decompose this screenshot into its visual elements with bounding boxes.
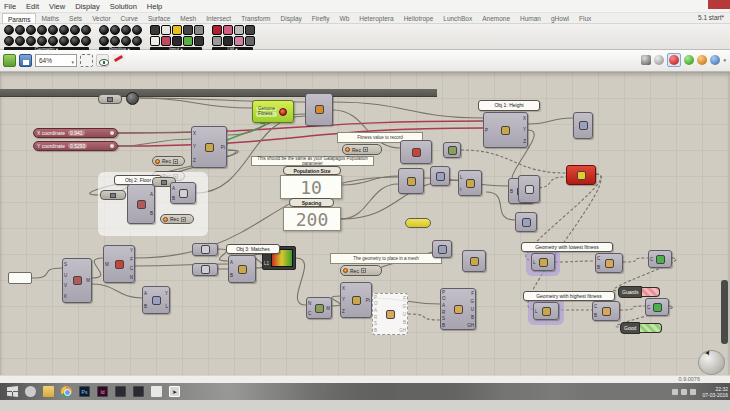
construct-point-1[interactable]: XYZPt bbox=[191, 126, 227, 168]
component-j1[interactable] bbox=[518, 175, 540, 203]
palette-icon[interactable] bbox=[234, 25, 244, 35]
palette-icon[interactable] bbox=[81, 25, 91, 35]
group-lowest-label[interactable]: Geometry with lowest fitness bbox=[521, 242, 613, 252]
sketch-pen-icon[interactable] bbox=[112, 54, 125, 67]
zoom-level-select[interactable]: 64% bbox=[35, 54, 77, 67]
palette-icon[interactable] bbox=[70, 36, 80, 46]
palette-icon[interactable] bbox=[245, 25, 255, 35]
search-icon[interactable] bbox=[25, 386, 36, 397]
palette-icon[interactable] bbox=[48, 36, 58, 46]
palette-icon[interactable] bbox=[59, 25, 69, 35]
component-q1[interactable] bbox=[398, 168, 424, 194]
component-m2[interactable] bbox=[443, 142, 461, 158]
group-obj1-label[interactable]: Obj 1: Height bbox=[478, 100, 540, 111]
tab-wb[interactable]: Wb bbox=[335, 13, 355, 23]
menu-view[interactable]: View bbox=[49, 2, 65, 11]
chrome-icon[interactable] bbox=[61, 386, 72, 397]
component-j2[interactable] bbox=[515, 212, 537, 232]
palette-icon[interactable] bbox=[172, 25, 182, 35]
green-icon-component-1[interactable]: C bbox=[648, 250, 672, 268]
recorder-dropdown-icon[interactable]: ▾ bbox=[361, 268, 366, 273]
palette-icon[interactable] bbox=[121, 25, 131, 35]
palette-icon[interactable] bbox=[183, 36, 193, 46]
tab-anemone[interactable]: Anemone bbox=[477, 13, 515, 23]
menu-display[interactable]: Display bbox=[75, 2, 100, 11]
ghost-component[interactable]: POARSBFGUBGH bbox=[372, 293, 408, 335]
palette-icon[interactable] bbox=[245, 36, 255, 46]
palette-icon[interactable] bbox=[161, 36, 171, 46]
custom-preview-icon[interactable] bbox=[710, 55, 720, 65]
population-panel[interactable]: 10 bbox=[280, 175, 342, 199]
wireframe-preview-selected[interactable] bbox=[667, 53, 681, 67]
no-preview-icon[interactable] bbox=[654, 55, 664, 65]
palette-icon[interactable] bbox=[4, 25, 14, 35]
recorder-1[interactable]: Rec▾ bbox=[152, 156, 185, 166]
tab-intersect[interactable]: Intersect bbox=[201, 13, 236, 23]
obj2-component-2[interactable]: AB bbox=[170, 182, 196, 204]
camera-icon[interactable] bbox=[641, 55, 651, 65]
app-icon-dark-2[interactable] bbox=[133, 386, 144, 397]
yellow-capsule[interactable] bbox=[405, 218, 431, 228]
palette-icon[interactable] bbox=[172, 36, 182, 46]
component-q2[interactable] bbox=[430, 166, 450, 186]
palette-icon[interactable] bbox=[194, 36, 204, 46]
tab-sets[interactable]: Sets bbox=[64, 13, 87, 23]
error-component[interactable] bbox=[566, 165, 596, 185]
slider-x[interactable]: X coordinate0.941 bbox=[33, 128, 118, 138]
slider-grip[interactable] bbox=[110, 144, 114, 148]
tab-firefly[interactable]: Firefly bbox=[307, 13, 335, 23]
group-highest-label[interactable]: Geometry with highest fitness bbox=[523, 291, 615, 301]
palette-icon[interactable] bbox=[59, 36, 69, 46]
highest-component[interactable]: L bbox=[533, 302, 559, 320]
recorder-3[interactable]: Rec▾ bbox=[160, 214, 194, 224]
mini-component-1[interactable] bbox=[192, 243, 218, 256]
palette-icon[interactable] bbox=[26, 36, 36, 46]
start-button-icon[interactable] bbox=[7, 386, 18, 397]
knob-top[interactable] bbox=[126, 92, 139, 105]
mini-component-2[interactable] bbox=[192, 263, 218, 276]
file-explorer-icon[interactable] bbox=[43, 386, 54, 397]
tab-transform[interactable]: Transform bbox=[236, 13, 275, 23]
preview-dropdown-caret[interactable]: ▾ bbox=[723, 57, 726, 63]
tab-params[interactable]: Params bbox=[2, 13, 36, 23]
open-file-icon[interactable] bbox=[3, 54, 16, 67]
palette-icon[interactable] bbox=[234, 36, 244, 46]
tab-maths[interactable]: Maths bbox=[36, 13, 64, 23]
palette-icon[interactable] bbox=[4, 36, 14, 46]
cb-component-1[interactable]: CB bbox=[595, 253, 623, 273]
tab-human[interactable]: Human bbox=[515, 13, 546, 23]
mini-capsule-top[interactable] bbox=[98, 94, 122, 104]
recorder-5[interactable]: Rec▾ bbox=[340, 265, 382, 276]
tab-ghowl[interactable]: gHowl bbox=[546, 13, 574, 23]
obj2-capsule-1[interactable] bbox=[100, 190, 126, 200]
obj1-component[interactable]: PXYZ bbox=[483, 112, 528, 148]
palette-icon[interactable] bbox=[26, 25, 36, 35]
red-preview-icon[interactable] bbox=[669, 55, 679, 65]
save-icon[interactable] bbox=[19, 54, 32, 67]
canvas-compass-ball[interactable] bbox=[698, 350, 725, 375]
good-param[interactable]: Good bbox=[620, 322, 662, 333]
component-mn[interactable]: NCM bbox=[306, 297, 332, 319]
component-m1[interactable] bbox=[400, 140, 432, 164]
palette-icon[interactable] bbox=[132, 36, 142, 46]
zoom-extents-icon[interactable] bbox=[80, 54, 93, 67]
close-icon[interactable] bbox=[708, 0, 730, 9]
palette-icon[interactable] bbox=[110, 36, 120, 46]
rhino-app-icon[interactable] bbox=[169, 386, 180, 397]
tray-caret-icon[interactable] bbox=[672, 389, 678, 395]
definition-canvas[interactable]: GenomeFitnessObj 1: HeightPXYZX coordina… bbox=[0, 72, 730, 375]
tab-heliotrope[interactable]: Heliotrope bbox=[399, 13, 439, 23]
lowest-component[interactable]: L bbox=[531, 253, 555, 271]
tab-heteroptera[interactable]: Heteroptera bbox=[354, 13, 398, 23]
app-icon-dark-1[interactable] bbox=[115, 386, 126, 397]
palette-icon[interactable] bbox=[110, 25, 120, 35]
photoshop-icon[interactable]: Ps bbox=[79, 386, 90, 397]
component-q3[interactable]: Lt bbox=[458, 170, 482, 196]
group-obj3-label[interactable]: Obj 3: Matches bbox=[226, 244, 280, 254]
palette-icon[interactable] bbox=[121, 36, 131, 46]
palette-icon[interactable] bbox=[194, 25, 204, 35]
palette-icon[interactable] bbox=[37, 36, 47, 46]
palette-icon[interactable] bbox=[99, 36, 109, 46]
slider-y[interactable]: Y coordinate0.5293 bbox=[33, 141, 118, 151]
component-r1[interactable] bbox=[432, 240, 452, 258]
